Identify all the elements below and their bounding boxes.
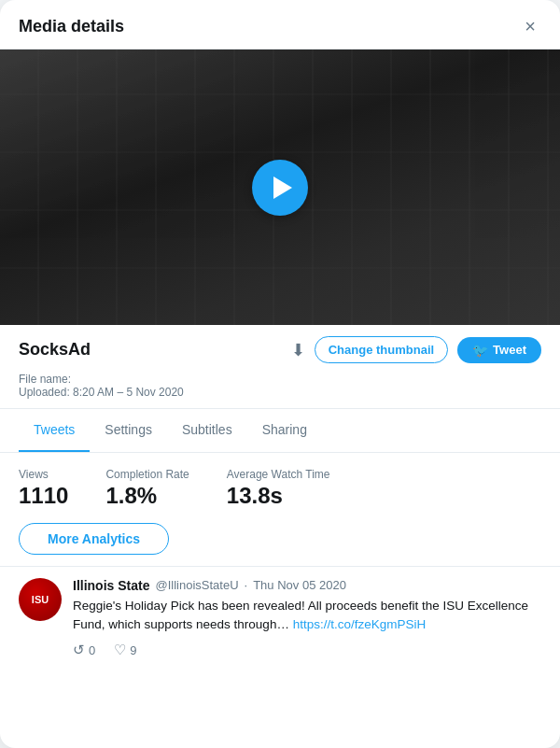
analytics-metrics: Views 1110 Completion Rate 1.8% Average …	[19, 468, 541, 510]
tweet-author-name: Illinois State	[73, 578, 149, 593]
tweet-text: Reggie's Holiday Pick has been revealed!…	[73, 597, 541, 635]
tweet-button[interactable]: 🐦 Tweet	[457, 337, 541, 363]
tab-tweets[interactable]: Tweets	[19, 409, 90, 452]
avatar-image: ISU	[19, 578, 62, 621]
tweet-content: Illinois State @IllinoisStateU · Thu Nov…	[73, 578, 541, 659]
play-icon	[273, 176, 292, 199]
download-icon[interactable]: ⬇	[291, 340, 305, 360]
tweet-date: Thu Nov 05 2020	[253, 578, 346, 592]
video-player[interactable]	[0, 49, 560, 325]
modal-title: Media details	[19, 17, 124, 36]
avg-watch-time-value: 13.8s	[227, 483, 330, 510]
file-label: File name:	[19, 373, 541, 386]
metric-completion-rate: Completion Rate 1.8%	[105, 468, 189, 510]
views-value: 1110	[19, 483, 68, 510]
tab-sharing[interactable]: Sharing	[247, 409, 322, 452]
metric-avg-watch-time: Average Watch Time 13.8s	[227, 468, 330, 510]
like-count: 9	[130, 643, 136, 657]
file-info: File name: Uploaded: 8:20 AM – 5 Nov 202…	[0, 371, 560, 408]
retweet-action[interactable]: ↺ 0	[73, 642, 95, 658]
metric-views: Views 1110	[19, 468, 68, 510]
tab-settings[interactable]: Settings	[90, 409, 167, 452]
tweet-author-line: Illinois State @IllinoisStateU · Thu Nov…	[73, 578, 541, 593]
media-title: SocksAd	[19, 340, 91, 360]
modal-header: Media details ×	[0, 0, 560, 49]
like-icon: ♡	[114, 642, 126, 658]
play-button[interactable]	[252, 160, 308, 216]
tabs-bar: Tweets Settings Subtitles Sharing	[0, 408, 560, 453]
completion-rate-value: 1.8%	[105, 483, 189, 510]
avg-watch-time-label: Average Watch Time	[227, 468, 330, 481]
views-label: Views	[19, 468, 68, 481]
tweet-actions: ↺ 0 ♡ 9	[73, 642, 541, 658]
close-button[interactable]: ×	[519, 15, 541, 37]
tweet-link[interactable]: https://t.co/fzeKgmPSiH	[293, 617, 427, 631]
media-actions: ⬇ Change thumbnail 🐦 Tweet	[291, 336, 541, 363]
tweet-author-handle: @IllinoisStateU	[155, 578, 238, 592]
tweet-bird-icon: 🐦	[472, 343, 488, 358]
retweet-icon: ↺	[73, 642, 85, 658]
avatar: ISU	[19, 578, 62, 621]
upload-date: Uploaded: 8:20 AM – 5 Nov 2020	[19, 386, 541, 399]
media-info-bar: SocksAd ⬇ Change thumbnail 🐦 Tweet	[0, 325, 560, 371]
tweet-item: ISU Illinois State @IllinoisStateU · Thu…	[0, 566, 560, 670]
retweet-count: 0	[89, 643, 95, 657]
analytics-section: Views 1110 Completion Rate 1.8% Average …	[0, 453, 560, 566]
completion-rate-label: Completion Rate	[105, 468, 189, 481]
media-details-modal: Media details × SocksAd ⬇ Change thumbna…	[0, 0, 560, 748]
more-analytics-button[interactable]: More Analytics	[19, 523, 169, 555]
tweet-dot: ·	[245, 578, 248, 592]
tab-subtitles[interactable]: Subtitles	[167, 409, 247, 452]
change-thumbnail-button[interactable]: Change thumbnail	[315, 336, 448, 363]
like-action[interactable]: ♡ 9	[114, 642, 136, 658]
